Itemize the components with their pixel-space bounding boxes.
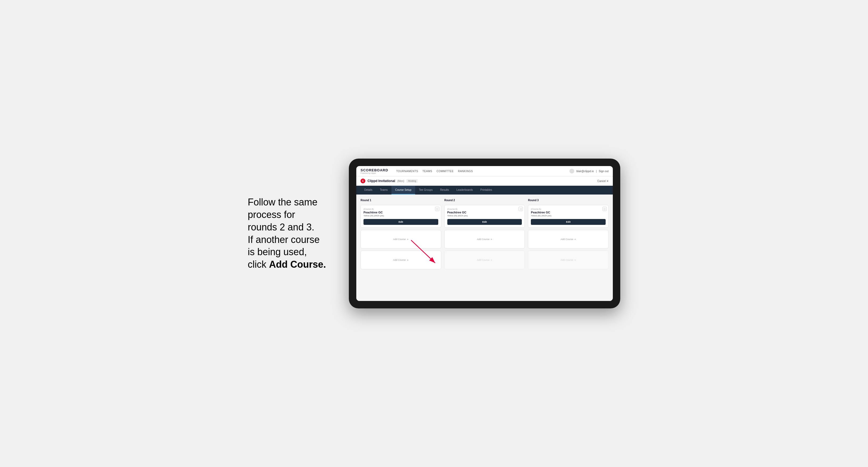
round-1-course-detail: Yellow (M) (6629 yds) <box>364 215 438 217</box>
round-1-course-label: (Course A) <box>364 208 438 210</box>
nav-teams[interactable]: TEAMS <box>422 170 432 173</box>
pipe-separator: | <box>596 170 597 173</box>
tablet-screen: SCOREBOARD Powered by clippd TOURNAMENTS… <box>356 166 613 301</box>
scoreboard-logo: SCOREBOARD Powered by clippd <box>361 168 388 174</box>
rounds-grid: Round 1 ◻ (Course A) Peachtree GC Yellow… <box>361 199 609 269</box>
tab-results[interactable]: Results <box>436 186 453 194</box>
round-2-course-name: Peachtree GC <box>447 211 522 214</box>
round-3-course-label: (Course A) <box>531 208 606 210</box>
round-2-course-label: (Course A) <box>447 208 522 210</box>
clippd-logo: C <box>361 179 365 183</box>
nav-right: blair@clippd.io | Sign out <box>569 169 609 174</box>
top-nav: SCOREBOARD Powered by clippd TOURNAMENTS… <box>356 166 613 177</box>
round-3-course-detail: Yellow (M) (6629 yds) <box>531 215 606 217</box>
round-3-add-course-plus-1: + <box>574 238 576 241</box>
user-avatar <box>569 169 574 174</box>
round-1-add-course-1[interactable]: Add Course + <box>361 230 441 249</box>
round-1-course-name: Peachtree GC <box>364 211 438 214</box>
tab-course-setup[interactable]: Course Setup <box>392 186 415 194</box>
round-2-edit-button[interactable]: Edit <box>447 219 522 225</box>
tablet-frame: SCOREBOARD Powered by clippd TOURNAMENTS… <box>349 159 620 308</box>
round-2-course-detail: Yellow (M) (6629 yds) <box>447 215 522 217</box>
tournament-gender: (Men) <box>397 180 404 183</box>
tab-leaderboards[interactable]: Leaderboards <box>453 186 476 194</box>
round-3-edit-button[interactable]: Edit <box>531 219 606 225</box>
tab-tee-groups[interactable]: Tee Groups <box>415 186 436 194</box>
round-2-header: Round 2 <box>444 199 525 202</box>
instructions-text: Follow the sameprocess forrounds 2 and 3… <box>248 197 326 270</box>
round-2-add-course-1[interactable]: Add Course + <box>444 230 525 249</box>
round-3-add-course-1[interactable]: Add Course + <box>528 230 609 249</box>
round-2-course-card: ◻ (Course A) Peachtree GC Yellow (M) (66… <box>444 205 525 228</box>
round-3-add-course-2: Add Course + <box>528 251 609 269</box>
nav-links: TOURNAMENTS TEAMS COMMITTEE RANKINGS <box>396 170 473 173</box>
main-content: Round 1 ◻ (Course A) Peachtree GC Yellow… <box>356 194 613 301</box>
nav-tournaments[interactable]: TOURNAMENTS <box>396 170 418 173</box>
round-1-add-course-label-2: Add Course <box>393 259 406 261</box>
round-3-column: Round 3 ◻ (Course A) Peachtree GC Yellow… <box>528 199 609 269</box>
round-1-edit-button[interactable]: Edit <box>364 219 438 225</box>
round-3-course-name: Peachtree GC <box>531 211 606 214</box>
round-1-add-course-plus-2: + <box>407 258 408 261</box>
round-2-remove-button[interactable]: ◻ <box>519 207 523 211</box>
tab-printables[interactable]: Printables <box>476 186 496 194</box>
round-1-add-course-plus-1: + <box>407 238 408 241</box>
sign-out-link[interactable]: Sign out <box>599 170 609 173</box>
logo-main-text: SCOREBOARD <box>361 168 388 172</box>
round-3-add-course-label-2: Add Course <box>561 259 574 261</box>
tab-details[interactable]: Details <box>361 186 376 194</box>
round-2-column: Round 2 ◻ (Course A) Peachtree GC Yellow… <box>444 199 525 269</box>
instructions-bold: Add Course. <box>269 259 326 270</box>
round-2-add-course-plus-2: + <box>491 258 492 261</box>
round-2-add-course-plus-1: + <box>491 238 492 241</box>
tab-teams[interactable]: Teams <box>376 186 392 194</box>
round-3-add-course-label-1: Add Course <box>561 238 574 241</box>
nav-committee[interactable]: COMMITTEE <box>436 170 454 173</box>
nav-rankings[interactable]: RANKINGS <box>458 170 473 173</box>
round-2-add-course-label-2: Add Course <box>477 259 490 261</box>
round-1-course-card: ◻ (Course A) Peachtree GC Yellow (M) (66… <box>361 205 441 228</box>
round-3-header: Round 3 <box>528 199 609 202</box>
tabs-bar: Details Teams Course Setup Tee Groups Re… <box>356 186 613 194</box>
round-1-remove-button[interactable]: ◻ <box>435 207 439 211</box>
round-2-add-course-2: Add Course + <box>444 251 525 269</box>
page-wrapper: Follow the sameprocess forrounds 2 and 3… <box>248 159 620 308</box>
user-email: blair@clippd.io <box>576 170 594 173</box>
hosting-badge: Hosting <box>406 179 418 183</box>
round-3-course-card: ◻ (Course A) Peachtree GC Yellow (M) (66… <box>528 205 609 228</box>
cancel-button[interactable]: Cancel ✕ <box>597 180 609 183</box>
round-1-add-course-2[interactable]: Add Course + <box>361 251 441 269</box>
round-1-add-course-label-1: Add Course <box>393 238 406 241</box>
round-3-add-course-plus-2: + <box>574 258 576 261</box>
tournament-name: Clippd Invitational <box>368 179 395 183</box>
round-1-column: Round 1 ◻ (Course A) Peachtree GC Yellow… <box>361 199 441 269</box>
sub-header: C Clippd Invitational (Men) Hosting Canc… <box>356 177 613 186</box>
round-3-remove-button[interactable]: ◻ <box>602 207 607 211</box>
logo-sub-text: Powered by clippd <box>361 172 388 174</box>
round-1-header: Round 1 <box>361 199 441 202</box>
instructions-panel: Follow the sameprocess forrounds 2 and 3… <box>248 196 333 271</box>
round-2-add-course-label-1: Add Course <box>477 238 490 241</box>
